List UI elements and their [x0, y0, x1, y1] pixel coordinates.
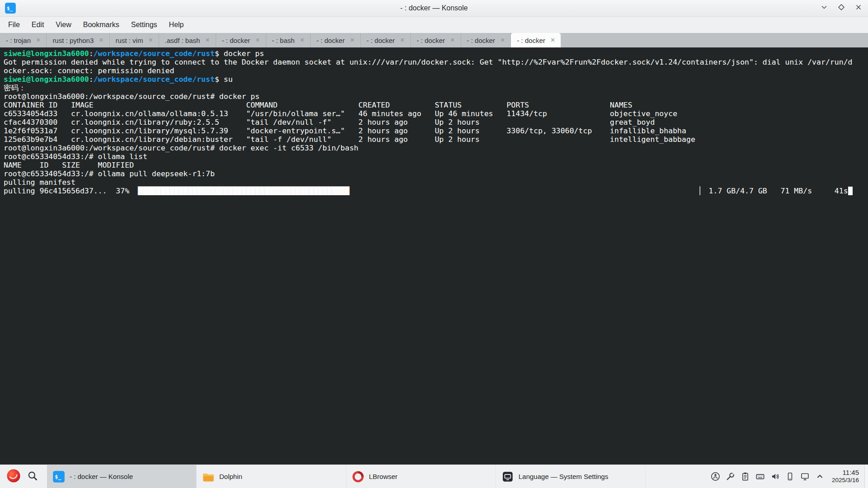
close-tab-icon[interactable]: ×	[205, 37, 209, 44]
clipboard-icon[interactable]	[740, 471, 751, 482]
tab-6-bash[interactable]: - : bash×	[266, 33, 311, 47]
close-tab-icon[interactable]: ×	[300, 37, 304, 44]
dolphin-icon	[202, 470, 215, 483]
task-label: - : docker — Konsole	[70, 473, 133, 480]
tab-label: - : docker	[222, 37, 250, 44]
system-tray	[710, 471, 832, 482]
taskbar-panel: $_- : docker — KonsoleDolphinLBrowserLan…	[0, 465, 868, 488]
close-tab-icon[interactable]: ×	[450, 37, 454, 44]
tab-9-docker[interactable]: - : docker×	[411, 33, 461, 47]
menu-file[interactable]: File	[3, 19, 25, 31]
display-icon[interactable]	[799, 471, 811, 482]
konsole-app-icon[interactable]: $_	[5, 2, 16, 14]
tab-label: - : docker	[517, 37, 545, 44]
maximize-button[interactable]	[836, 3, 846, 13]
tab-label: - : docker	[316, 37, 345, 44]
tab-3-rust-vim[interactable]: rust : vim×	[110, 33, 159, 47]
close-tab-icon[interactable]: ×	[350, 37, 354, 44]
volume-icon[interactable]	[769, 471, 781, 482]
wrench-icon[interactable]	[725, 471, 736, 482]
search-button[interactable]	[24, 467, 42, 487]
task-dolphin[interactable]: Dolphin	[197, 465, 346, 488]
accessibility-icon[interactable]	[710, 471, 721, 482]
close-button[interactable]	[854, 3, 863, 13]
svg-text:$_: $_	[55, 474, 61, 480]
menu-edit[interactable]: Edit	[26, 19, 50, 31]
tab-label: .asdf : bash	[165, 37, 200, 44]
tab-10-docker[interactable]: - : docker×	[461, 33, 511, 47]
clock[interactable]: 11:45 2025/3/16	[832, 469, 859, 484]
tab-label: rust : python3	[52, 37, 94, 44]
menu-settings[interactable]: Settings	[126, 19, 163, 31]
lbrowser-icon	[352, 470, 364, 483]
tab-5-docker[interactable]: - : docker×	[216, 33, 266, 47]
menu-bookmarks[interactable]: Bookmarks	[78, 19, 125, 31]
task-language-system-settings[interactable]: Language — System Settings	[496, 465, 646, 488]
close-tab-icon[interactable]: ×	[400, 37, 404, 44]
window-title: - : docker — Konsole	[0, 4, 868, 12]
tab-label: rust : vim	[116, 37, 143, 44]
tab-label: - : docker	[417, 37, 445, 44]
tab-8-docker[interactable]: - : docker×	[361, 33, 411, 47]
tab-label: - : docker	[467, 37, 495, 44]
chevron-down-icon	[820, 3, 828, 13]
tab-bar: - : trojan×rust : python3×rust : vim×.as…	[0, 33, 868, 47]
menu-help[interactable]: Help	[164, 19, 189, 31]
terminal-output: siwei@longxin3a6000:/workspace/source_co…	[4, 49, 868, 195]
window-controls	[819, 3, 863, 13]
keyboard-icon[interactable]	[755, 471, 766, 482]
tab-label: - : trojan	[6, 37, 31, 44]
titlebar: $_ - : docker — Konsole	[0, 0, 868, 17]
diamond-icon	[837, 3, 845, 13]
clock-time: 11:45	[832, 469, 859, 477]
task-label: Dolphin	[219, 473, 242, 480]
clock-date: 2025/3/16	[832, 477, 859, 484]
terminal-area[interactable]: siwei@longxin3a6000:/workspace/source_co…	[0, 47, 868, 465]
app-launcher-button[interactable]	[4, 467, 24, 487]
chevron-up-icon[interactable]	[814, 471, 826, 482]
task-lbrowser[interactable]: LBrowser	[346, 465, 496, 488]
close-tab-icon[interactable]: ×	[99, 37, 103, 44]
minimize-button[interactable]	[819, 3, 829, 13]
tablet-icon[interactable]	[784, 471, 796, 482]
tab-label: - : bash	[272, 37, 295, 44]
konsole-icon: $_	[52, 470, 65, 483]
close-icon	[854, 3, 863, 13]
svg-text:$_: $_	[7, 5, 13, 11]
tab-2-rust-python3[interactable]: rust : python3×	[47, 33, 109, 47]
close-tab-icon[interactable]: ×	[500, 37, 505, 44]
language-settings-icon	[501, 470, 514, 483]
tab-11-docker[interactable]: - : docker×	[511, 33, 561, 47]
loongnix-launcher-icon	[6, 468, 21, 485]
menu-view[interactable]: View	[50, 19, 76, 31]
close-tab-icon[interactable]: ×	[551, 37, 555, 44]
konsole-window: $_ - : docker — Konsole FileEditViewBook…	[0, 0, 868, 465]
task-label: LBrowser	[369, 473, 397, 480]
menu-bar: FileEditViewBookmarksSettingsHelp	[0, 17, 868, 33]
task-label: Language — System Settings	[519, 473, 608, 480]
search-icon	[27, 470, 38, 483]
show-desktop-edge[interactable]	[864, 465, 868, 488]
close-tab-icon[interactable]: ×	[255, 37, 259, 44]
task-docker-konsole[interactable]: $_- : docker — Konsole	[47, 465, 197, 488]
tab-7-docker[interactable]: - : docker×	[311, 33, 361, 47]
tab-label: - : docker	[367, 37, 395, 44]
close-tab-icon[interactable]: ×	[148, 37, 152, 44]
close-tab-icon[interactable]: ×	[36, 37, 40, 44]
tab-1-trojan[interactable]: - : trojan×	[0, 33, 47, 47]
tab-4-asdf-bash[interactable]: .asdf : bash×	[159, 33, 216, 47]
task-manager: $_- : docker — KonsoleDolphinLBrowserLan…	[47, 465, 646, 488]
